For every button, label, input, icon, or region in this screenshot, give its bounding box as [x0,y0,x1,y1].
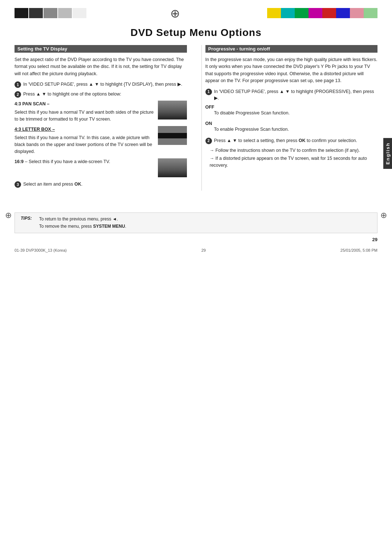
pan-scan-title: 4:3 PAN SCAN – [15,101,154,108]
step-1-text: In 'VIDEO SETUP PAGE', press ▲ ▼ to high… [23,81,182,88]
left-step-1: 1 In 'VIDEO SETUP PAGE', press ▲ ▼ to hi… [15,81,187,88]
color-block-blue [336,8,350,18]
color-block-pink [350,8,364,18]
tips-box: TIPS: To return to the previous menu, pr… [15,212,377,233]
page-footer: 01-39 DVP3000K_13 (Korea) 29 25/01/2005,… [0,246,392,255]
crosshair-icon [170,7,183,20]
left-column: Setting the TV Display Set the aspect ra… [15,45,191,191]
off-text: To disable Progressive Scan function. [205,110,378,117]
color-block-yellow [267,8,281,18]
16-9-description: 16:9 – Select this if you have a wide-sc… [15,159,110,164]
right-step-2-number: 2 [205,138,212,144]
right-step-2-text: Press ▲ ▼ to select a setting, then pres… [214,137,357,144]
right-step-1-text: In 'VIDEO SETUP PAGE', press ▲ ▼ to high… [214,88,378,102]
on-section: ON To enable Progressive Scan function. [205,121,378,133]
on-text: To enable Progressive Scan function. [205,126,378,133]
main-content: Setting the TV Display Set the aspect ra… [0,45,392,191]
letter-box-description: Select this if you have a normal TV. In … [15,135,152,154]
page-number: 29 [372,237,377,242]
option-16-9: 16:9 – Select this if you have a wide-sc… [15,158,187,177]
right-color-blocks [267,8,377,18]
color-block-gray [44,8,57,18]
color-block-magenta [309,8,322,18]
tips-content: To return to the previous menu, press ◄.… [39,216,126,230]
option-pan-scan: 4:3 PAN SCAN – Select this if you have a… [15,101,187,122]
pan-scan-thumbnail [158,101,187,119]
right-bullet-1: Follow the instructions shown on the TV … [210,147,378,154]
footer-left: 01-39 DVP3000K_13 (Korea) [15,248,67,252]
color-block-black [15,8,28,18]
right-section-intro: In the progressive scan mode, you can en… [205,56,378,85]
step-2-text: Press ▲ ▼ to highlight one of the option… [23,91,121,98]
16-9-text: 16:9 – Select this if you have a wide-sc… [15,158,154,165]
16-9-thumbnail [158,158,187,177]
english-language-tab: English [383,138,392,169]
step-3-number: 3 [15,181,21,188]
right-crosshair-icon: ⊕ [380,211,387,220]
letter-box-title: 4:3 LETTER BOX – [15,126,154,133]
right-column: Progressive - turning on/off In the prog… [201,45,378,191]
right-step-2: 2 Press ▲ ▼ to select a setting, then pr… [205,137,378,144]
color-block-green [295,8,309,18]
right-step-1-number: 1 [205,89,212,95]
off-section: OFF To disable Progressive Scan function… [205,105,378,117]
right-bullet-2: If a distorted picture appears on the TV… [210,155,378,169]
off-label: OFF [205,105,378,110]
tips-line-2: To remove the menu, press SYSTEM MENU. [39,223,126,230]
letter-box-thumbnail [158,126,187,145]
on-label: ON [205,121,378,126]
left-step-2: 2 Press ▲ ▼ to highlight one of the opti… [15,91,187,98]
left-color-blocks [15,8,86,18]
step-1-number: 1 [15,81,21,88]
left-crosshair-icon: ⊕ [5,211,12,220]
page-title: DVD Setup Menu Options [130,27,261,38]
tips-line-1: To return to the previous menu, press ◄. [39,216,126,223]
page-title-wrap: DVD Setup Menu Options [0,27,392,39]
top-crosshair [86,7,267,20]
top-color-bar [0,0,392,23]
left-step-3: 3 Select an item and press OK. [15,181,187,188]
right-section-header: Progressive - turning on/off [205,45,378,53]
pan-scan-text: 4:3 PAN SCAN – Select this if you have a… [15,101,154,122]
color-block-cyan [281,8,295,18]
step-2-number: 2 [15,91,21,98]
pan-scan-description: Select this if you have a normal TV and … [15,110,154,122]
color-block-light-gray [58,8,72,18]
color-block-light-green [364,8,377,18]
color-block-dark [29,8,43,18]
footer-center: 29 [201,248,206,252]
page-number-display: 29 [0,237,392,244]
footer-right: 25/01/2005, 5:08 PM [340,248,377,252]
left-section-intro: Set the aspect ratio of the DVD Player a… [15,56,187,77]
left-section-header: Setting the TV Display [15,45,187,53]
option-letter-box: 4:3 LETTER BOX – Select this if you have… [15,126,187,155]
tips-label: TIPS: [21,216,32,221]
right-step-1: 1 In 'VIDEO SETUP PAGE', press ▲ ▼ to hi… [205,88,378,102]
letter-box-text: 4:3 LETTER BOX – Select this if you have… [15,126,154,155]
color-block-white [73,8,86,18]
step-3-text: Select an item and press OK. [23,181,82,188]
color-block-red [322,8,336,18]
